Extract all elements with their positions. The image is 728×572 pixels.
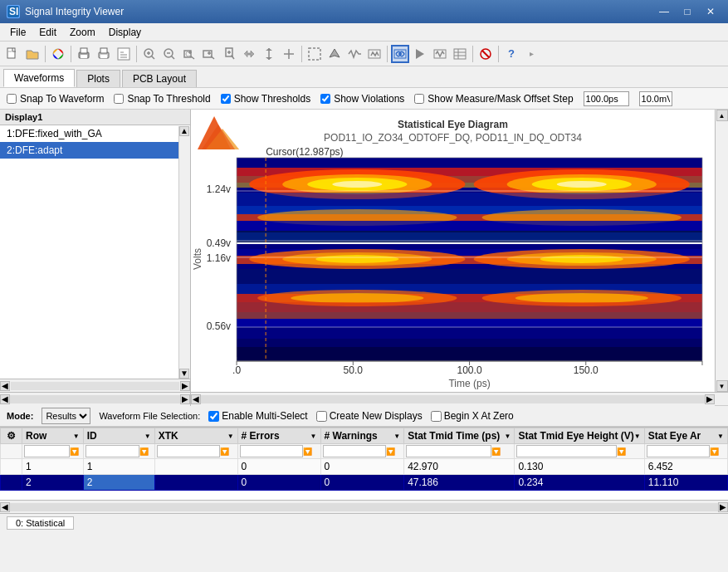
data-table-wrapper[interactable]: ⚙ Row ▼ ID ▼ [0, 428, 728, 500]
export-button[interactable] [115, 45, 133, 63]
zoom-y-button[interactable] [220, 45, 238, 63]
vscroll-up-arrow[interactable]: ▲ [179, 126, 189, 136]
chart-hscroll[interactable]: ◀ ▶ [191, 393, 715, 406]
waveform-item-2[interactable]: 2:DFE:adapt [0, 142, 190, 159]
col-header-row[interactable]: Row ▼ [22, 428, 84, 444]
filter-warnings-input[interactable] [323, 445, 387, 457]
status-tab-statistical[interactable]: 0: Statistical [7, 516, 74, 530]
filter-stat-eye-area-input[interactable] [647, 445, 710, 457]
begin-x-at-zero-checkbox[interactable] [431, 411, 442, 422]
minimize-button[interactable]: — [653, 3, 675, 20]
print2-button[interactable] [95, 45, 113, 63]
col-header-stat-eye-area[interactable]: Stat Eye Ar ▼ [644, 428, 727, 444]
filter-stat-eye-area-icon[interactable]: 🔽 [710, 447, 719, 456]
new-button[interactable] [3, 45, 22, 63]
offset-value-input[interactable] [584, 91, 629, 106]
filter-errors-input[interactable] [240, 445, 303, 457]
menu-zoom[interactable]: Zoom [63, 25, 102, 40]
filter-id-icon[interactable]: 🔽 [139, 447, 149, 456]
col-header-stat-tmid-time[interactable]: Stat Tmid Time (ps) ▼ [404, 428, 515, 444]
table-view-button[interactable] [451, 45, 469, 63]
snap-to-waveform-option[interactable]: Snap To Waveform [7, 93, 104, 105]
extra-button[interactable]: ▸ [522, 45, 540, 63]
hscroll-left-arrow[interactable]: ◀ [0, 381, 10, 391]
filter-xtk-icon[interactable]: 🔽 [220, 447, 229, 456]
stop-button[interactable] [476, 45, 495, 63]
table-hscroll[interactable]: ◀ ▶ [0, 500, 728, 513]
filter-stat-tmid-time-input[interactable] [406, 445, 491, 457]
hscroll-right-arrow[interactable]: ▶ [180, 381, 190, 391]
table-row[interactable]: 1 1 0 0 42.970 0.130 6.452 [1, 459, 728, 475]
menu-file[interactable]: File [3, 25, 32, 40]
create-new-displays-checkbox[interactable] [316, 411, 327, 422]
hscroll-left[interactable]: ◀ [0, 394, 10, 404]
left-vscrollbar[interactable]: ▲ ▼ [178, 126, 190, 379]
hscroll-bar[interactable] [10, 395, 180, 403]
snap-to-waveform-checkbox[interactable] [7, 94, 17, 104]
marker-button[interactable] [325, 45, 344, 63]
col-header-xtk[interactable]: XTK ▼ [154, 428, 237, 444]
table-hscroll-bar[interactable] [10, 503, 718, 511]
show-violations-option[interactable]: Show Violations [320, 93, 404, 105]
col-header-id[interactable]: ID ▼ [83, 428, 154, 444]
show-measure-mask-checkbox[interactable] [414, 94, 424, 104]
vscroll-down-btn[interactable]: ▼ [716, 380, 728, 392]
run-button[interactable] [411, 45, 429, 63]
color-button[interactable] [49, 45, 67, 63]
waveform-item-1[interactable]: 1:DFE:fixed_with_GA [0, 125, 190, 142]
show-thresholds-option[interactable]: Show Thresholds [221, 93, 311, 105]
filter-row-icon[interactable]: 🔽 [70, 447, 79, 456]
col-header-errors[interactable]: # Errors ▼ [237, 428, 320, 444]
table-row[interactable]: 2 2 0 0 47.186 0.234 11.110 [1, 475, 728, 491]
vscroll-up-btn[interactable]: ▲ [716, 110, 728, 121]
open-button[interactable] [23, 45, 42, 63]
enable-multi-select-option[interactable]: Enable Multi-Select [208, 410, 307, 422]
hscroll-track[interactable] [11, 382, 179, 390]
show-violations-checkbox[interactable] [320, 94, 330, 104]
sim-button[interactable] [365, 45, 384, 63]
tab-waveforms[interactable]: Waveforms [3, 69, 75, 87]
eye-diagram-btn[interactable] [391, 45, 409, 63]
filter-stat-tmid-eye-height-input[interactable] [516, 445, 617, 457]
filter-stat-tmid-time-icon[interactable]: 🔽 [491, 447, 501, 456]
filter-row-input[interactable] [24, 445, 70, 457]
zoom-x-button[interactable] [200, 45, 218, 63]
filter-warnings-icon[interactable]: 🔽 [386, 447, 395, 456]
snap-to-threshold-option[interactable]: Snap To Threshold [114, 93, 210, 105]
filter-xtk-input[interactable] [157, 445, 220, 457]
create-new-displays-option[interactable]: Create New Displays [316, 410, 423, 422]
left-hscrollbar[interactable]: ◀ ▶ [0, 379, 190, 392]
close-button[interactable]: ✕ [700, 3, 721, 20]
filter-stat-tmid-eye-height-icon[interactable]: 🔽 [617, 447, 626, 456]
tab-pcb-layout[interactable]: PCB Layout [122, 70, 197, 87]
table-hscroll-right[interactable]: ▶ [718, 502, 728, 512]
col-header-stat-tmid-eye-height[interactable]: Stat Tmid Eye Height (V) ▼ [515, 428, 644, 444]
snap-to-threshold-checkbox[interactable] [114, 94, 124, 104]
zoom-in-button[interactable] [140, 45, 159, 63]
vscroll-down-arrow[interactable]: ▼ [179, 369, 189, 379]
menu-display[interactable]: Display [102, 25, 148, 40]
print-button[interactable] [75, 45, 93, 63]
begin-x-at-zero-option[interactable]: Begin X At Zero [431, 410, 514, 422]
select-button[interactable] [305, 45, 324, 63]
step-value-input[interactable] [639, 91, 672, 106]
enable-multi-select-checkbox[interactable] [208, 411, 219, 422]
mode-select[interactable]: Results [42, 408, 90, 424]
show-thresholds-checkbox[interactable] [221, 94, 231, 104]
chart-hscroll-bar[interactable] [201, 395, 705, 403]
chart-hscroll-left[interactable]: ◀ [191, 394, 201, 404]
cursor-button[interactable] [280, 45, 298, 63]
filter-id-input[interactable] [86, 445, 139, 457]
gear-icon[interactable]: ⚙ [7, 430, 16, 442]
col-header-warnings[interactable]: # Warnings ▼ [320, 428, 404, 444]
table-hscroll-left[interactable]: ◀ [0, 502, 10, 512]
menu-edit[interactable]: Edit [32, 25, 63, 40]
hscroll-right[interactable]: ▶ [180, 394, 190, 404]
show-measure-mask-option[interactable]: Show Measure/Mask Offset Step [414, 93, 573, 105]
fit-button[interactable] [260, 45, 278, 63]
tab-plots[interactable]: Plots [76, 70, 120, 87]
help-button[interactable]: ? [502, 45, 520, 63]
left-panel-hscroll[interactable]: ◀ ▶ [0, 393, 191, 406]
waveview-button[interactable] [431, 45, 449, 63]
chart-hscroll-right[interactable]: ▶ [705, 394, 715, 404]
